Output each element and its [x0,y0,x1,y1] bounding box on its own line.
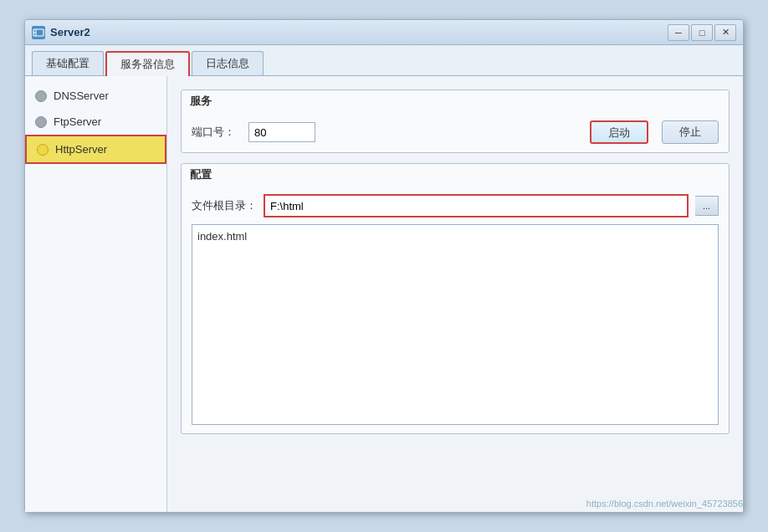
minimize-button[interactable]: ─ [668,24,689,41]
dns-status-dot [35,90,47,102]
http-label: HttpServer [55,143,107,156]
ftp-label: FtpServer [54,115,101,128]
http-status-dot [37,144,49,156]
ftp-status-dot [35,116,47,128]
app-icon [32,26,45,39]
content-panel: 服务 端口号： 启动 停止 配置 文件根目录： [167,76,743,512]
config-section: 配置 文件根目录： ... index.html [181,163,730,434]
port-label: 端口号： [192,125,235,140]
main-content: DNSServer FtpServer HttpServer 服务 端口号： [25,76,743,512]
tab-server[interactable]: 服务器信息 [105,51,190,76]
sidebar-item-ftp[interactable]: FtpServer [25,109,166,135]
maximize-button[interactable]: □ [691,24,713,41]
file-list: index.html [192,224,719,425]
sidebar: DNSServer FtpServer HttpServer [25,76,167,512]
watermark: https://blog.csdn.net/weixin_45723856 [586,499,743,509]
tab-bar: 基础配置 服务器信息 日志信息 [25,45,743,76]
config-row: 文件根目录： ... [192,194,719,217]
sidebar-item-http[interactable]: HttpServer [25,135,166,164]
close-button[interactable]: ✕ [714,24,736,41]
root-path-input[interactable] [265,196,687,216]
dns-label: DNSServer [54,90,109,102]
port-input[interactable] [248,122,315,142]
title-bar: Server2 ─ □ ✕ [25,20,743,45]
service-section-title: 服务 [182,90,729,112]
window-title: Server2 [50,26,668,38]
root-label: 文件根目录： [192,198,257,213]
start-button[interactable]: 启动 [590,120,648,144]
tab-log[interactable]: 日志信息 [192,51,264,75]
stop-button[interactable]: 停止 [662,120,719,144]
window-controls: ─ □ ✕ [668,24,736,41]
service-row: 端口号： 启动 停止 [192,120,719,144]
service-section: 服务 端口号： 启动 停止 [181,90,730,153]
config-section-title: 配置 [182,164,729,186]
browse-button[interactable]: ... [695,196,719,216]
sidebar-item-dns[interactable]: DNSServer [25,83,166,109]
file-list-item: index.html [197,230,713,243]
path-input-wrapper [264,194,689,217]
tab-basic[interactable]: 基础配置 [32,51,104,75]
